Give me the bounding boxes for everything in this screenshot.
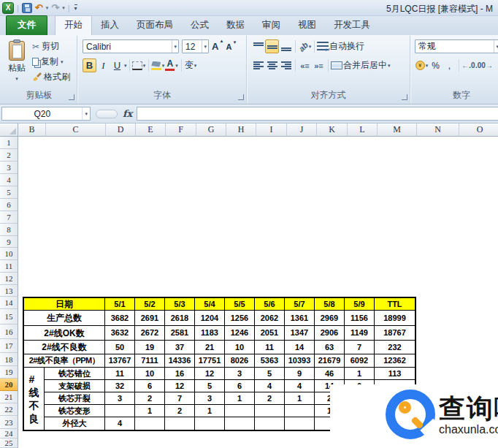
table-header-5/6[interactable]: 5/6	[255, 298, 284, 310]
undo-icon[interactable]: ↶	[35, 3, 43, 13]
col-header-F[interactable]: F	[166, 124, 196, 137]
wrap-text-button[interactable]: ↩自动换行	[317, 39, 364, 53]
table-cell[interactable]: 3632	[105, 326, 134, 340]
table-cell[interactable]: 14	[285, 341, 314, 354]
align-right-button[interactable]	[279, 58, 293, 72]
underline-button[interactable]: U	[110, 58, 124, 72]
table-ttl-cell[interactable]: 12362	[375, 354, 415, 367]
table-cell[interactable]: 16	[165, 368, 194, 379]
table-cell[interactable]: 2	[165, 405, 194, 417]
table-cell[interactable]	[285, 417, 314, 430]
table-cell[interactable]: 1246	[225, 326, 254, 340]
table-cell[interactable]: 3682	[105, 311, 134, 325]
format-painter-button[interactable]: 格式刷	[32, 71, 70, 83]
table-ttl-cell[interactable]: 18767	[375, 326, 415, 340]
defect-group-label[interactable]: # 线 不 良	[24, 368, 44, 430]
table-cell[interactable]: 5	[195, 380, 224, 392]
table-cell[interactable]: 1	[135, 405, 164, 417]
table-cell[interactable]	[255, 405, 284, 417]
table-cell[interactable]: 3	[195, 392, 224, 404]
row-header-8[interactable]: 8	[0, 224, 18, 236]
row-header-10[interactable]: 10	[0, 248, 18, 260]
align-left-button[interactable]	[251, 58, 265, 72]
table-cell[interactable]: 8026	[225, 354, 254, 367]
table-cell[interactable]	[165, 417, 194, 430]
table-cell[interactable]: 2581	[165, 326, 194, 340]
paste-button[interactable]: 粘贴 ▾	[4, 39, 29, 88]
decrease-indent-button[interactable]: «≡	[298, 58, 312, 72]
table-cell[interactable]: 4	[285, 380, 314, 392]
table-cell[interactable]: 21	[195, 341, 224, 354]
table-cell[interactable]: 1183	[195, 326, 224, 340]
underline-dropdown-arrow[interactable]: ▾	[124, 63, 127, 69]
col-header-B[interactable]: B	[18, 124, 46, 137]
table-cell[interactable]	[225, 405, 254, 417]
table-cell[interactable]: 10	[225, 341, 254, 354]
tab-公式[interactable]: 公式	[182, 16, 218, 35]
table-cell[interactable]: 1	[345, 368, 374, 379]
number-format-dropdown-arrow[interactable]: ▾	[494, 40, 498, 53]
increase-decimal-button[interactable]: ←.0	[461, 58, 475, 72]
table-cell[interactable]: 37	[165, 341, 194, 354]
table-cell[interactable]: 1361	[285, 311, 314, 325]
tab-开发工具[interactable]: 开发工具	[325, 16, 379, 35]
row-header-23[interactable]: 23	[0, 416, 18, 429]
table-header-date[interactable]: 日期	[24, 298, 104, 310]
table-cell[interactable]: 7	[345, 341, 374, 354]
row-header-5[interactable]: 5	[0, 186, 18, 199]
col-header-E[interactable]: E	[136, 124, 166, 137]
col-header-I[interactable]: I	[256, 124, 287, 137]
table-row-label[interactable]: 生产总数	[24, 311, 104, 325]
table-header-5/2[interactable]: 5/2	[135, 298, 164, 310]
insert-function-button[interactable]: fx	[123, 108, 132, 119]
table-cell[interactable]: 10	[135, 368, 164, 379]
tab-页面布局[interactable]: 页面布局	[128, 16, 182, 35]
row-header-2[interactable]: 2	[0, 149, 18, 162]
col-header-L[interactable]: L	[348, 124, 378, 137]
table-header-5/7[interactable]: 5/7	[285, 298, 314, 310]
row-header-20[interactable]: 20	[0, 379, 18, 391]
defect-row-label[interactable]: 铁芯错位	[45, 368, 104, 379]
col-header-N[interactable]: N	[417, 124, 459, 137]
copy-dropdown-arrow[interactable]: ▾	[61, 59, 64, 65]
table-cell[interactable]	[105, 405, 134, 417]
table-cell[interactable]: 1	[225, 392, 254, 404]
grow-font-button[interactable]: A▲	[212, 41, 223, 52]
align-top-button[interactable]	[251, 39, 265, 53]
row-header-1[interactable]: 1	[0, 137, 18, 149]
comma-style-button[interactable]: ,	[443, 58, 456, 72]
table-row-label[interactable]: 2#线不良率（PPM）	[24, 354, 104, 367]
row-header-21[interactable]: 21	[0, 391, 18, 403]
col-header-J[interactable]: J	[287, 124, 317, 137]
table-cell[interactable]: 1347	[285, 326, 314, 340]
table-cell[interactable]	[255, 417, 284, 430]
row-header-16[interactable]: 16	[0, 324, 18, 339]
table-cell[interactable]: 12	[195, 368, 224, 379]
table-cell[interactable]: 2062	[255, 311, 284, 325]
table-cell[interactable]: 7111	[135, 354, 164, 367]
table-cell[interactable]	[195, 417, 224, 430]
table-cell[interactable]: 1	[195, 405, 224, 417]
table-ttl-cell[interactable]: 113	[375, 368, 415, 379]
row-header-14[interactable]: 14	[0, 297, 18, 309]
table-cell[interactable]: 1149	[345, 326, 374, 340]
table-ttl-cell[interactable]: 18999	[375, 311, 415, 325]
row-header-13[interactable]: 13	[0, 285, 18, 297]
row-header-15[interactable]: 15	[0, 309, 18, 324]
tab-审阅[interactable]: 审阅	[253, 16, 289, 35]
table-header-5/9[interactable]: 5/9	[345, 298, 374, 310]
number-format-combobox[interactable]: 常规▾	[415, 39, 498, 53]
table-header-5/4[interactable]: 5/4	[195, 298, 224, 310]
row-header-3[interactable]: 3	[0, 162, 18, 174]
row-header-25[interactable]: 25	[0, 438, 18, 448]
font-name-dropdown-arrow[interactable]: ▾	[172, 40, 178, 53]
col-header-O[interactable]: O	[459, 124, 498, 137]
table-cell[interactable]: 2051	[255, 326, 284, 340]
table-cell[interactable]: 63	[315, 341, 344, 354]
table-cell[interactable]: 3	[225, 368, 254, 379]
table-cell[interactable]: 14336	[165, 354, 194, 367]
tab-file[interactable]: 文件	[6, 15, 47, 35]
table-cell[interactable]: 2	[255, 392, 284, 404]
col-header-G[interactable]: G	[196, 124, 226, 137]
bold-button[interactable]: B	[83, 58, 96, 72]
